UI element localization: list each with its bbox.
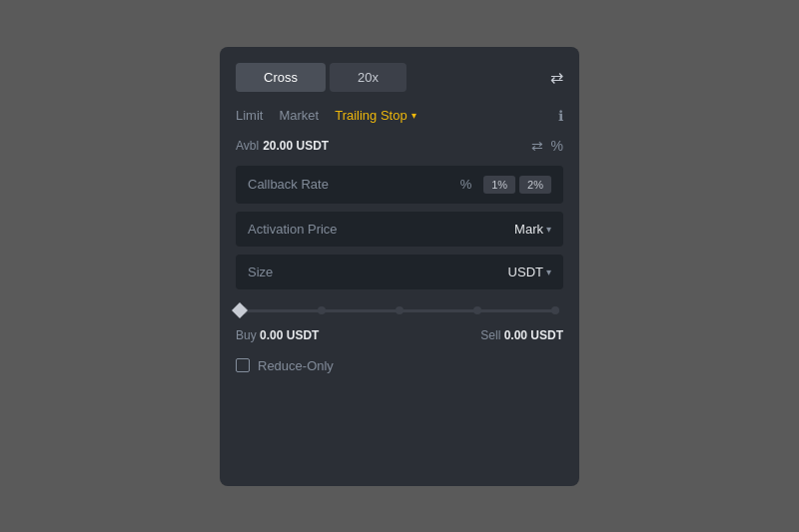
avbl-label: Avbl — [236, 139, 259, 153]
slider-tick-1 — [318, 306, 326, 314]
info-icon[interactable]: ℹ — [558, 108, 563, 124]
reduce-only-label: Reduce-Only — [258, 358, 334, 373]
activation-price-type[interactable]: Mark ▾ — [514, 222, 551, 237]
sell-label: Sell — [480, 328, 500, 342]
transfer-icon[interactable]: ⇄ — [531, 138, 543, 154]
market-tab[interactable]: Market — [279, 108, 319, 123]
buy-label: Buy — [236, 328, 257, 342]
slider-handle[interactable] — [232, 302, 248, 318]
quick-btn-1[interactable]: 1% — [483, 176, 515, 194]
size-unit-select[interactable]: USDT ▾ — [508, 265, 551, 279]
trailing-stop-tab[interactable]: Trailing Stop ▾ — [335, 108, 416, 123]
trailing-stop-label: Trailing Stop — [335, 108, 407, 123]
limit-tab[interactable]: Limit — [236, 108, 263, 123]
size-slider-row — [236, 309, 563, 312]
callback-rate-row: Callback Rate % 1% 2% — [236, 166, 563, 204]
leverage-button[interactable]: 20x — [330, 63, 406, 92]
avbl-icons: ⇄ % — [531, 138, 563, 154]
quick-btn-2[interactable]: 2% — [519, 176, 551, 194]
size-chevron: ▾ — [546, 266, 551, 277]
activation-price-type-label: Mark — [514, 222, 543, 237]
trading-panel: Cross 20x ⇄ Limit Market Trailing Stop ▾… — [220, 47, 579, 486]
slider-tick-3 — [473, 306, 481, 314]
reduce-only-checkbox[interactable] — [236, 358, 250, 372]
percent-icon[interactable]: % — [551, 138, 563, 154]
activation-price-row: Activation Price Mark ▾ — [236, 212, 563, 247]
order-type-row: Limit Market Trailing Stop ▾ ℹ — [236, 108, 563, 124]
slider-track[interactable] — [240, 309, 559, 312]
filter-icon[interactable]: ⇄ — [550, 68, 563, 87]
slider-tick-2 — [396, 306, 403, 314]
size-label: Size — [248, 265, 508, 279]
available-balance-row: Avbl 20.00 USDT ⇄ % — [236, 138, 563, 154]
slider-ticks — [240, 306, 559, 314]
buy-value: 0.00 USDT — [260, 328, 319, 342]
sell-info: Sell 0.00 USDT — [480, 328, 563, 342]
buy-info: Buy 0.00 USDT — [236, 328, 319, 342]
slider-tick-4 — [551, 306, 559, 314]
size-row: Size USDT ▾ — [236, 255, 563, 289]
callback-rate-label: Callback Rate — [248, 177, 460, 192]
trailing-stop-chevron: ▾ — [411, 110, 416, 121]
activation-price-chevron: ▾ — [546, 224, 551, 235]
activation-price-label: Activation Price — [248, 222, 514, 237]
sell-value: 0.00 USDT — [504, 328, 563, 342]
avbl-value: 20.00 USDT — [263, 139, 329, 153]
buy-sell-row: Buy 0.00 USDT Sell 0.00 USDT — [236, 328, 563, 342]
size-unit-label: USDT — [508, 265, 543, 279]
margin-leverage-row: Cross 20x ⇄ — [236, 63, 563, 92]
callback-rate-unit: % — [460, 177, 472, 192]
cross-button[interactable]: Cross — [236, 63, 326, 92]
reduce-only-row: Reduce-Only — [236, 358, 563, 373]
